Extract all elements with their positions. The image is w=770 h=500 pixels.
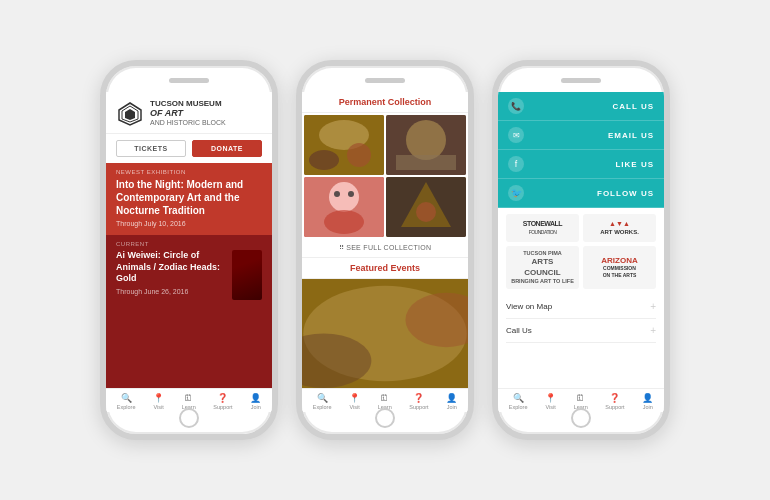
support-label-3: Support [605, 404, 624, 410]
newest-exhibition-section: NEWEST EXHIBITION Into the Night: Modern… [106, 163, 272, 235]
phone-1-screen: TUCSON MUSEUM of ART AND HISTORIC BLOCK … [106, 92, 272, 412]
expand-icon-2: + [650, 325, 656, 336]
twitter-icon: 🐦 [508, 185, 524, 201]
learn-icon-2: 🗓 [380, 393, 389, 403]
join-label: Join [251, 404, 261, 410]
logo-line-2: of ART [150, 109, 226, 119]
section1-label: NEWEST EXHIBITION [116, 169, 262, 175]
learn-icon-3: 🗓 [576, 393, 585, 403]
art-image-placeholder [232, 250, 262, 300]
view-on-map-item[interactable]: View on Map + [506, 295, 656, 319]
email-icon: ✉ [508, 127, 524, 143]
follow-us-item[interactable]: 🐦 FOLLOW US [498, 179, 664, 208]
phone-3-screen: 📞 CALL US ✉ EMAIL US f LIKE US 🐦 FOLLOW … [498, 92, 664, 412]
nav-2-explore[interactable]: 🔍 Explore [313, 393, 332, 410]
phone-2: Permanent Collection [296, 60, 474, 440]
nav-3-join[interactable]: 👤 Join [642, 393, 653, 410]
email-us-item[interactable]: ✉ EMAIL US [498, 121, 664, 150]
nav-support[interactable]: ❓ Support [213, 393, 232, 410]
nav-2-visit[interactable]: 📍 Visit [349, 393, 360, 410]
support-icon: ❓ [217, 393, 228, 403]
section2-label: CURRENT [116, 241, 262, 247]
svg-point-12 [324, 210, 364, 234]
collection-img-2 [386, 115, 466, 175]
see-full-collection-label: ⠿ SEE FULL COLLECTION [339, 244, 432, 251]
explore-label: Explore [117, 404, 136, 410]
logo-line-3: AND HISTORIC BLOCK [150, 119, 226, 126]
support-icon-3: ❓ [609, 393, 620, 403]
follow-us-label: FOLLOW US [597, 189, 654, 198]
home-button-3[interactable] [571, 408, 591, 428]
expand-items: View on Map + Call Us + [498, 295, 664, 343]
nav-2-join[interactable]: 👤 Join [446, 393, 457, 410]
nav-explore[interactable]: 🔍 Explore [117, 393, 136, 410]
permanent-collection-header: Permanent Collection [302, 92, 468, 113]
phone-icon: 📞 [508, 98, 524, 114]
collection-img-4 [386, 177, 466, 237]
stonewall-logo: STONEWALLFOUNDATION [506, 214, 579, 242]
visit-label-3: Visit [545, 404, 555, 410]
call-us-item[interactable]: 📞 CALL US [498, 92, 664, 121]
svg-point-8 [406, 120, 446, 160]
facebook-icon: f [508, 156, 524, 172]
phone-1-buttons: TICKETS DONATE [106, 134, 272, 163]
join-icon-3: 👤 [642, 393, 653, 403]
like-us-label: LIKE US [615, 160, 654, 169]
svg-point-11 [329, 182, 359, 212]
nav-visit[interactable]: 📍 Visit [153, 393, 164, 410]
home-button-2[interactable] [375, 408, 395, 428]
visit-label-2: Visit [349, 404, 359, 410]
section1-date: Through July 10, 2016 [116, 220, 262, 227]
nav-3-support[interactable]: ❓ Support [605, 393, 624, 410]
arizona-logo: ARIZONA COMMISSIONON THE ARTS [583, 246, 656, 289]
collection-image-grid [302, 113, 468, 239]
nav-3-visit[interactable]: 📍 Visit [545, 393, 556, 410]
phones-container: TUCSON MUSEUM of ART AND HISTORIC BLOCK … [90, 50, 680, 450]
join-icon-2: 👤 [446, 393, 457, 403]
featured-events-title: Featured Events [310, 263, 460, 273]
arts-council-logo: TUCSON PIMAARTSCOUNCILBRINGING ART TO LI… [506, 246, 579, 289]
call-us-expand-item[interactable]: Call Us + [506, 319, 656, 343]
explore-icon-2: 🔍 [317, 393, 328, 403]
explore-label-2: Explore [313, 404, 332, 410]
collection-img-3 [304, 177, 384, 237]
expand-icon-1: + [650, 301, 656, 312]
join-icon: 👤 [250, 393, 261, 403]
support-label-2: Support [409, 404, 428, 410]
like-us-item[interactable]: f LIKE US [498, 150, 664, 179]
featured-events-header: Featured Events [302, 258, 468, 279]
visit-label: Visit [153, 404, 163, 410]
call-us-label: CALL US [612, 102, 654, 111]
section2-date: Through June 26, 2016 [116, 288, 227, 295]
section1-title: Into the Night: Modern and Contemporary … [116, 178, 262, 217]
nav-3-explore[interactable]: 🔍 Explore [509, 393, 528, 410]
svg-point-5 [309, 150, 339, 170]
explore-label-3: Explore [509, 404, 528, 410]
section2-title: Ai Weiwei: Circle of Animals / Zodiac He… [116, 250, 227, 285]
email-us-label: EMAIL US [608, 131, 654, 140]
view-on-map-label: View on Map [506, 302, 552, 311]
home-button-1[interactable] [179, 408, 199, 428]
see-full-collection[interactable]: ⠿ SEE FULL COLLECTION [302, 239, 468, 258]
featured-events-image [302, 279, 468, 388]
donate-button[interactable]: DONATE [192, 140, 262, 157]
phone-3: 📞 CALL US ✉ EMAIL US f LIKE US 🐦 FOLLOW … [492, 60, 670, 440]
arts-council-text: TUCSON PIMAARTSCOUNCILBRINGING ART TO LI… [511, 250, 574, 285]
tickets-button[interactable]: TICKETS [116, 140, 186, 157]
permanent-collection-title: Permanent Collection [310, 97, 460, 107]
explore-icon-3: 🔍 [513, 393, 524, 403]
svg-point-6 [347, 143, 371, 167]
stonewall-logo-text: STONEWALLFOUNDATION [523, 220, 562, 237]
artworks-logo: ▲▼▲ ART WORKS. [583, 214, 656, 242]
nav-2-support[interactable]: ❓ Support [409, 393, 428, 410]
learn-icon: 🗓 [184, 393, 193, 403]
explore-icon: 🔍 [121, 393, 132, 403]
phone-1-header: TUCSON MUSEUM of ART AND HISTORIC BLOCK [106, 92, 272, 134]
support-icon-2: ❓ [413, 393, 424, 403]
phone-2-screen: Permanent Collection [302, 92, 468, 412]
nav-join[interactable]: 👤 Join [250, 393, 261, 410]
museum-logo-text: TUCSON MUSEUM of ART AND HISTORIC BLOCK [150, 100, 226, 127]
support-label: Support [213, 404, 232, 410]
visit-icon-3: 📍 [545, 393, 556, 403]
join-label-3: Join [643, 404, 653, 410]
